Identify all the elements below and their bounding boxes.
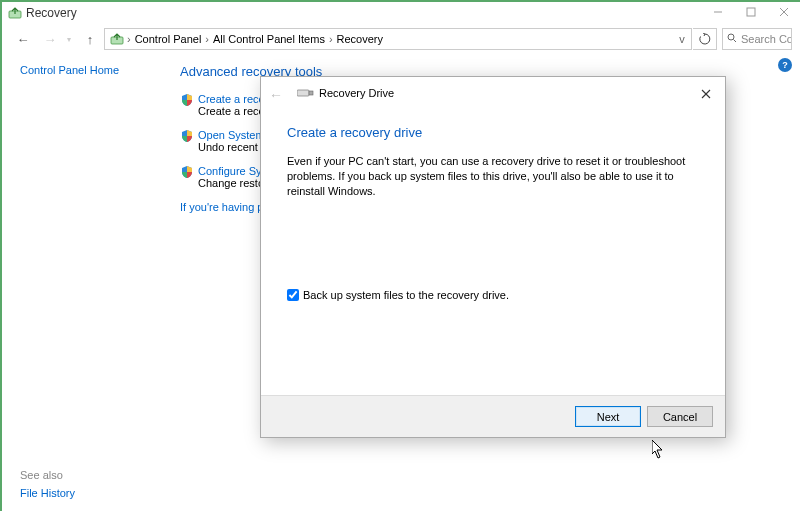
dialog-titlebar: ← Recovery Drive (261, 77, 725, 111)
dialog-back-button: ← (269, 87, 283, 103)
backup-checkbox-row[interactable]: Back up system files to the recovery dri… (287, 289, 699, 301)
refresh-button[interactable] (693, 28, 717, 50)
close-button[interactable] (767, 2, 800, 22)
breadcrumb-item[interactable]: Control Panel (131, 33, 206, 45)
search-placeholder: Search Co... (741, 33, 792, 45)
search-input[interactable]: Search Co... (722, 28, 792, 50)
svg-rect-9 (309, 91, 313, 95)
backup-checkbox[interactable] (287, 289, 299, 301)
nav-forward-button[interactable]: → (37, 27, 63, 51)
dialog-title: Recovery Drive (319, 87, 394, 99)
dialog-heading: Create a recovery drive (287, 125, 699, 140)
svg-point-6 (728, 34, 734, 40)
backup-checkbox-label: Back up system files to the recovery dri… (303, 289, 509, 301)
control-panel-home-link[interactable]: Control Panel Home (20, 64, 172, 76)
breadcrumb-dropdown[interactable]: v (673, 33, 691, 45)
usb-drive-icon (297, 87, 313, 99)
titlebar: Recovery (2, 2, 800, 24)
see-also-label: See also (20, 469, 63, 481)
recovery-drive-dialog: ← Recovery Drive Create a recovery drive… (260, 76, 726, 438)
svg-line-7 (734, 40, 737, 43)
search-icon (727, 33, 737, 45)
sidebar: Control Panel Home See also File History (2, 54, 172, 511)
svg-rect-2 (747, 8, 755, 16)
minimize-button[interactable] (701, 2, 734, 22)
breadcrumb[interactable]: › Control Panel › All Control Panel Item… (104, 28, 692, 50)
recovery-path-icon (109, 31, 125, 47)
nav-recent-dropdown[interactable]: ▾ (64, 27, 76, 51)
file-history-link[interactable]: File History (20, 487, 75, 499)
breadcrumb-item[interactable]: Recovery (333, 33, 387, 45)
nav-back-button[interactable]: ← (10, 27, 36, 51)
breadcrumb-item[interactable]: All Control Panel Items (209, 33, 329, 45)
cancel-button[interactable]: Cancel (647, 406, 713, 427)
maximize-button[interactable] (734, 2, 767, 22)
svg-rect-8 (297, 90, 309, 96)
shield-icon (180, 165, 194, 179)
addressbar: ← → ▾ ↑ › Control Panel › All Control Pa… (2, 24, 800, 54)
next-button[interactable]: Next (575, 406, 641, 427)
window-title: Recovery (26, 6, 77, 20)
shield-icon (180, 93, 194, 107)
dialog-text: Even if your PC can't start, you can use… (287, 154, 699, 199)
dialog-body: Create a recovery drive Even if your PC … (261, 111, 725, 301)
nav-up-button[interactable]: ↑ (77, 27, 103, 51)
help-icon[interactable]: ? (778, 58, 792, 72)
dialog-footer: Next Cancel (261, 395, 725, 437)
recovery-app-icon (8, 6, 22, 20)
shield-icon (180, 129, 194, 143)
dialog-close-button[interactable] (695, 85, 717, 103)
